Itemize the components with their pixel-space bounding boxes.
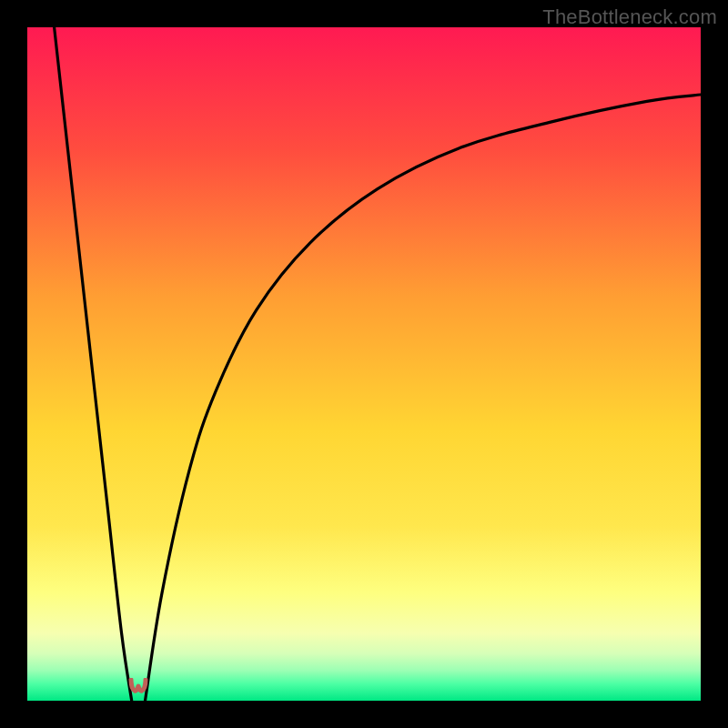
plot-frame [27, 27, 701, 701]
svg-rect-0 [27, 27, 701, 701]
background-gradient [27, 27, 701, 701]
attribution-label: TheBottleneck.com [542, 5, 717, 29]
